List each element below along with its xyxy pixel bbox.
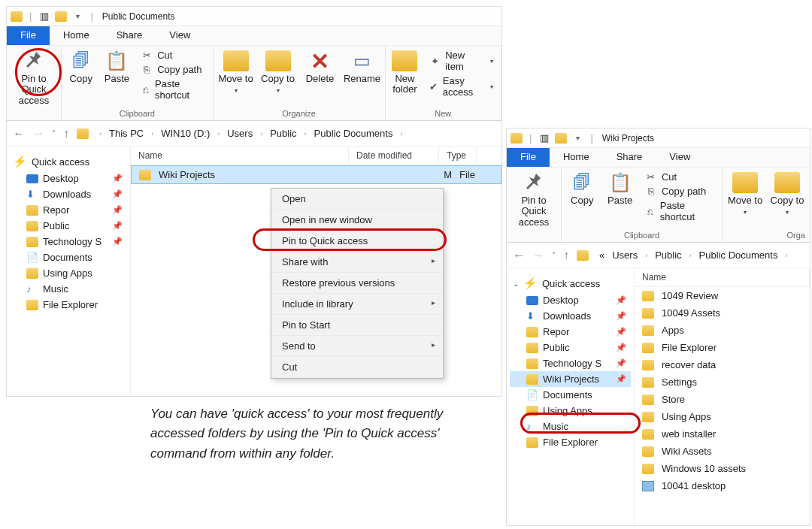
context-menu-item[interactable]: Send to: [271, 336, 443, 357]
paste-shortcut-button[interactable]: ⎌Paste shortcut: [642, 198, 717, 224]
context-menu-item[interactable]: Pin to Quick access: [271, 231, 443, 252]
sidebar-item[interactable]: Public📌: [510, 340, 631, 355]
context-menu: OpenOpen in new windowPin to Quick acces…: [271, 188, 444, 379]
file-row[interactable]: File Explorer: [635, 339, 810, 356]
file-row[interactable]: recover data: [635, 356, 810, 373]
sidebar-item[interactable]: Wiki Projects📌: [510, 371, 631, 387]
sidebar-item[interactable]: Desktop📌: [510, 292, 631, 308]
context-menu-item[interactable]: Pin to Start: [271, 315, 443, 336]
file-row[interactable]: Settings: [635, 373, 810, 391]
tab-file[interactable]: File: [507, 148, 550, 167]
sidebar-item[interactable]: Using Apps: [510, 403, 631, 419]
tab-share[interactable]: Share: [603, 148, 656, 167]
tab-view[interactable]: View: [156, 26, 204, 45]
folder-quick-icon[interactable]: [55, 11, 67, 23]
sidebar-item[interactable]: ⬇Downloads📌: [510, 308, 631, 324]
file-row[interactable]: 10049 Assets: [635, 304, 810, 322]
sidebar-item[interactable]: ⬇Downloads📌: [10, 186, 127, 202]
breadcrumb-item[interactable]: Users: [224, 126, 256, 141]
breadcrumb-item[interactable]: Public Documents: [311, 126, 396, 141]
tab-view[interactable]: View: [656, 148, 704, 167]
context-menu-item[interactable]: Open: [271, 189, 443, 210]
context-menu-item[interactable]: Include in library: [271, 294, 443, 315]
breadcrumb-item[interactable]: Public: [652, 248, 684, 262]
forward-button[interactable]: →: [532, 249, 544, 262]
up-button[interactable]: ↑: [563, 249, 569, 262]
breadcrumb-item[interactable]: This PC: [106, 126, 147, 141]
sidebar-item[interactable]: Repor📌: [10, 202, 127, 218]
tab-file[interactable]: File: [7, 26, 50, 45]
dropdown-quick-icon[interactable]: ▾: [571, 132, 583, 144]
file-row-wiki-projects[interactable]: Wiki Projects M File: [131, 165, 501, 184]
properties-quick-icon[interactable]: ▥: [38, 11, 50, 23]
new-folder-button[interactable]: New folder: [390, 48, 420, 95]
back-button[interactable]: ←: [13, 127, 25, 141]
sidebar-item[interactable]: File Explorer: [510, 434, 631, 450]
file-row[interactable]: Using Apps: [635, 408, 810, 425]
breadcrumb-item[interactable]: Public: [267, 126, 299, 141]
back-button[interactable]: ←: [513, 249, 525, 262]
breadcrumb-item[interactable]: Users: [609, 248, 641, 262]
paste-shortcut-button[interactable]: ⎌Paste shortcut: [138, 77, 208, 102]
context-menu-item[interactable]: Restore previous versions: [271, 273, 443, 294]
quick-access-header[interactable]: ⚡ Quick access: [10, 153, 127, 171]
col-date[interactable]: Date modified: [349, 147, 439, 165]
dropdown-quick-icon[interactable]: ▾: [71, 11, 83, 23]
pin-to-quick-access-button[interactable]: Pin to Quick access: [11, 48, 56, 106]
context-menu-item[interactable]: Share with: [271, 252, 443, 273]
move-to-button[interactable]: Move to ▾: [727, 170, 763, 217]
copy-to-button[interactable]: Copy to ▾: [769, 170, 805, 217]
move-to-button[interactable]: Move to ▾: [218, 48, 254, 95]
file-row[interactable]: Apps: [635, 322, 810, 339]
col-name[interactable]: Name: [131, 147, 349, 165]
tab-home[interactable]: Home: [550, 148, 603, 167]
file-row[interactable]: 1049 Review: [635, 287, 810, 304]
properties-quick-icon[interactable]: ▥: [538, 132, 550, 144]
file-row[interactable]: Wiki Assets: [635, 443, 810, 460]
copy-button[interactable]: 🗐 Copy: [66, 48, 96, 84]
up-button[interactable]: ↑: [63, 127, 69, 141]
paste-button[interactable]: 📋 Paste: [102, 48, 132, 84]
copy-button[interactable]: 🗐Copy: [566, 170, 598, 206]
copy-to-button[interactable]: Copy to ▾: [260, 48, 296, 95]
cut-button[interactable]: ✂Cut: [138, 48, 208, 62]
file-row[interactable]: 10041 desktop: [635, 477, 810, 494]
file-row[interactable]: Windows 10 assets: [635, 460, 810, 477]
new-item-button[interactable]: ✦New item ▾: [426, 48, 496, 74]
sidebar-item[interactable]: Using Apps: [10, 265, 127, 281]
easy-access-button[interactable]: ✔Easy access ▾: [426, 74, 496, 99]
pin-icon: 📌: [112, 237, 121, 246]
pin-to-quick-access-button[interactable]: Pin to Quick access: [511, 170, 556, 228]
file-row[interactable]: Store: [635, 391, 810, 408]
breadcrumb-item[interactable]: Public Documents: [696, 248, 781, 262]
tab-share[interactable]: Share: [103, 26, 156, 45]
folder-quick-icon[interactable]: [555, 132, 567, 144]
recent-button[interactable]: ˅: [52, 129, 56, 138]
sidebar-item[interactable]: Public📌: [10, 218, 127, 234]
rename-button[interactable]: ▭ Rename: [344, 48, 380, 84]
delete-button[interactable]: ✕ Delete: [302, 48, 338, 84]
sidebar-item[interactable]: 📄Documents: [10, 249, 127, 265]
col-name[interactable]: Name: [635, 268, 810, 286]
file-row[interactable]: web installer: [635, 425, 810, 443]
sidebar-item[interactable]: ♪Music: [510, 419, 631, 434]
breadcrumb-item[interactable]: WIN10 (D:): [158, 126, 213, 141]
sidebar-item[interactable]: ♪Music: [10, 281, 127, 297]
quick-access-header[interactable]: ⌄ ⚡ Quick access: [510, 274, 631, 292]
sidebar-item[interactable]: File Explorer: [10, 297, 127, 313]
copy-path-button[interactable]: ⎘Copy path: [138, 62, 208, 77]
forward-button[interactable]: →: [32, 127, 44, 141]
recent-button[interactable]: ˅: [552, 251, 556, 259]
tab-home[interactable]: Home: [50, 26, 103, 45]
paste-button[interactable]: 📋Paste: [604, 170, 635, 206]
context-menu-item[interactable]: Cut: [271, 357, 443, 378]
cut-button[interactable]: ✂Cut: [642, 170, 717, 184]
context-menu-item[interactable]: Open in new window: [271, 210, 443, 231]
copy-path-button[interactable]: ⎘Copy path: [642, 184, 717, 198]
sidebar-item[interactable]: Technology S📌: [510, 355, 631, 371]
sidebar-item[interactable]: Desktop📌: [10, 171, 127, 186]
sidebar-item[interactable]: Technology S📌: [10, 234, 127, 249]
sidebar-item[interactable]: Repor📌: [510, 324, 631, 340]
col-type[interactable]: Type: [439, 147, 477, 165]
sidebar-item[interactable]: 📄Documents: [510, 387, 631, 403]
